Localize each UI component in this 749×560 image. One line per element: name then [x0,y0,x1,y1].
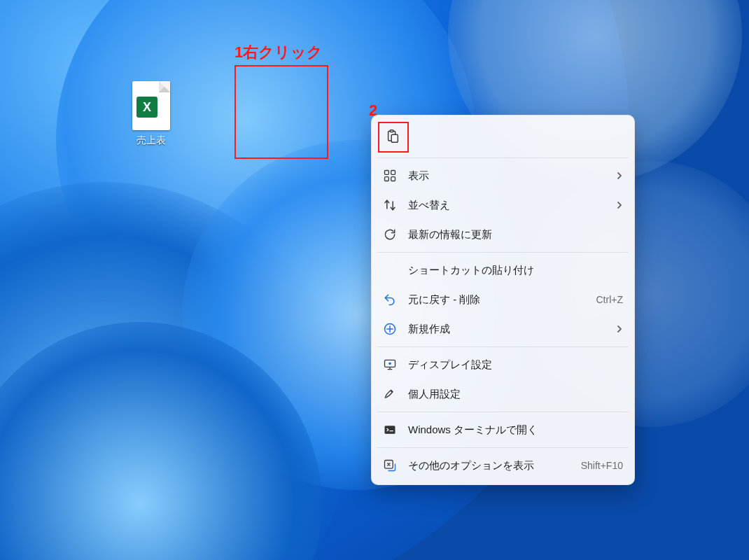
menu-item-personalize[interactable]: 個人用設定 [376,379,630,409]
view-icon [382,167,398,184]
context-menu-toolbar [376,120,630,155]
menu-item-terminal[interactable]: Windows ターミナルで開く [376,415,630,444]
more-icon [382,457,398,474]
personalize-icon [382,386,398,402]
file-thumbnail: X [132,81,170,130]
chevron-right-icon [616,325,623,333]
display-icon [382,356,398,373]
chevron-right-icon [616,201,623,209]
terminal-icon [382,421,398,438]
menu-item-refresh[interactable]: 最新の情報に更新 [376,220,630,249]
paste-button[interactable] [379,122,407,150]
menu-item-label: 元に戻す - 削除 [408,293,591,307]
menu-item-view[interactable]: 表示 [376,161,630,190]
undo-icon [382,291,398,308]
menu-separator [377,412,629,412]
file-label: 売上表 [120,134,182,147]
svg-rect-11 [385,426,396,434]
paste-icon [385,129,400,144]
chevron-right-icon [616,172,623,180]
menu-item-label: ショートカットの貼り付け [408,264,623,277]
menu-separator [377,158,629,158]
svg-rect-1 [390,130,393,132]
excel-badge-icon: X [136,97,158,118]
desktop-context-menu: 表示並べ替え最新の情報に更新ショートカットの貼り付け元に戻す - 削除Ctrl+… [371,115,635,485]
menu-item-label: ディスプレイ設定 [408,358,623,372]
menu-item-new[interactable]: 新規作成 [376,314,630,344]
svg-rect-3 [385,171,389,175]
desktop-file-excel[interactable]: X 売上表 [120,81,182,147]
menu-item-paste-shortcut[interactable]: ショートカットの貼り付け [376,255,630,285]
svg-rect-4 [391,171,396,175]
svg-rect-5 [385,177,389,181]
svg-point-10 [386,396,387,398]
menu-item-label: 新規作成 [408,323,610,336]
menu-separator [377,346,629,347]
refresh-icon [382,226,398,243]
menu-item-label: その他のオプションを表示 [408,459,575,472]
sort-icon [382,197,398,214]
menu-separator [377,252,629,253]
menu-separator [377,447,629,448]
menu-item-shortcut: Shift+F10 [581,460,623,471]
menu-item-label: 個人用設定 [408,388,623,401]
menu-item-sort[interactable]: 並べ替え [376,190,630,220]
svg-point-9 [388,363,391,365]
annotation-1-label: 1右クリック [234,42,323,63]
svg-rect-6 [391,177,396,181]
menu-item-label: Windows ターミナルで開く [408,424,623,437]
menu-item-undo[interactable]: 元に戻す - 削除Ctrl+Z [376,285,630,314]
new-icon [382,321,398,337]
menu-item-more[interactable]: その他のオプションを表示Shift+F10 [376,451,630,480]
annotation-1-box [234,65,328,159]
svg-rect-2 [391,134,398,142]
desktop[interactable]: X 売上表 1右クリック 2 表示並べ替え最新の情報に更新ショートカットの貼り付… [0,0,749,560]
menu-item-label: 表示 [408,169,610,183]
menu-item-label: 最新の情報に更新 [408,228,623,241]
menu-item-shortcut: Ctrl+Z [596,294,624,305]
menu-item-label: 並べ替え [408,199,610,212]
menu-item-display[interactable]: ディスプレイ設定 [376,350,630,379]
